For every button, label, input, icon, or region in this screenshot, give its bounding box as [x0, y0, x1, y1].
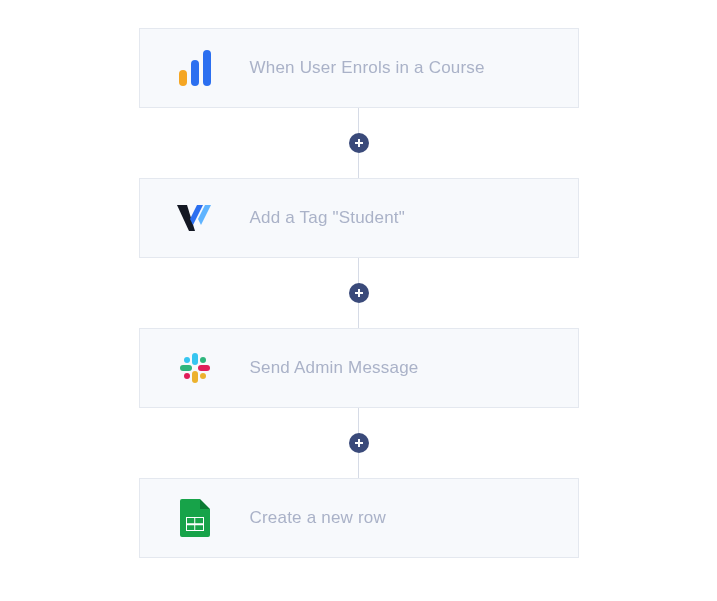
step-label: When User Enrols in a Course: [250, 58, 485, 78]
svg-point-6: [200, 373, 206, 379]
svg-rect-0: [192, 353, 198, 365]
svg-rect-1: [180, 365, 192, 371]
svg-point-7: [184, 373, 190, 379]
google-sheets-icon: [170, 493, 220, 543]
v-slash-icon: [170, 193, 220, 243]
svg-rect-3: [198, 365, 210, 371]
svg-rect-2: [192, 371, 198, 383]
workflow-step-action[interactable]: Create a new row: [139, 478, 579, 558]
workflow-step-action[interactable]: Send Admin Message: [139, 328, 579, 408]
workflow-step-trigger[interactable]: When User Enrols in a Course: [139, 28, 579, 108]
step-label: Send Admin Message: [250, 358, 419, 378]
step-label: Add a Tag "Student": [250, 208, 405, 228]
step-label: Create a new row: [250, 508, 386, 528]
bars-icon: [170, 43, 220, 93]
workflow-step-action[interactable]: Add a Tag "Student": [139, 178, 579, 258]
slack-icon: [170, 343, 220, 393]
add-step-button[interactable]: [349, 133, 369, 153]
connector: [349, 108, 369, 178]
connector: [349, 258, 369, 328]
add-step-button[interactable]: [349, 283, 369, 303]
connector: [349, 408, 369, 478]
svg-point-5: [200, 357, 206, 363]
add-step-button[interactable]: [349, 433, 369, 453]
svg-point-4: [184, 357, 190, 363]
